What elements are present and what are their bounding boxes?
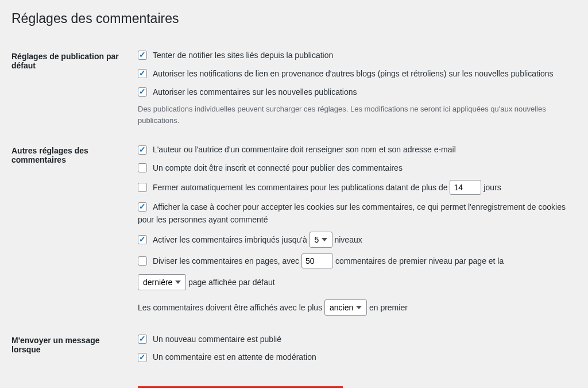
settings-page: Réglages des commentaires Réglages de pu… xyxy=(0,0,588,388)
select-order[interactable]: ancien xyxy=(324,299,367,316)
row-paginate[interactable]: Diviser les commentaires en pages, avec … xyxy=(138,253,571,268)
checkbox-close-old[interactable] xyxy=(138,183,147,192)
select-threaded-levels[interactable]: 5 xyxy=(310,232,332,248)
input-comments-per-page[interactable] xyxy=(301,253,333,268)
label-close-old-after: jours xyxy=(483,182,501,191)
label-paginate-before: Diviser les commentaires en pages, avec xyxy=(153,256,301,265)
label-paginate-after: commentaires de premier niveau par page … xyxy=(335,256,504,265)
label-must-register: Un compte doit être inscrit et connecté … xyxy=(153,163,403,172)
checkbox-email-new-comment[interactable] xyxy=(138,335,147,344)
checkbox-allow-comments[interactable] xyxy=(138,87,147,97)
checkbox-threaded[interactable] xyxy=(138,235,147,244)
label-default-page-after: page affichée par défaut xyxy=(188,278,275,287)
label-close-old-before: Fermer automatiquement les commentaires … xyxy=(153,182,450,191)
default-post-description: Des publications individuelles peuvent s… xyxy=(138,103,571,126)
row-order: Les commentaires doivent être affichés a… xyxy=(138,299,571,316)
row-threaded[interactable]: Activer les commentaires imbriqués jusqu… xyxy=(138,232,571,248)
label-order-after: en premier xyxy=(369,303,408,312)
label-require-name-email: L'auteur ou l'autrice d'un commentaire d… xyxy=(153,145,456,154)
label-email-new-comment: Un nouveau commentaire est publié xyxy=(153,334,281,343)
label-cookies-optin: Afficher la case à cocher pour accepter … xyxy=(138,202,566,224)
checkbox-allow-pings[interactable] xyxy=(138,69,147,78)
checkbox-paginate[interactable] xyxy=(138,256,147,266)
label-threaded-after: niveaux xyxy=(334,235,362,244)
row-allow-pings[interactable]: Autoriser les notifications de lien en p… xyxy=(138,67,571,80)
input-close-days[interactable] xyxy=(450,180,481,195)
label-threaded-before: Activer les commentaires imbriqués jusqu… xyxy=(153,235,310,244)
settings-table: Réglages de publication par défaut Tente… xyxy=(11,40,577,388)
section-heading-other: Autres réglages des commentaires xyxy=(11,135,132,324)
label-allow-pings: Autoriser les notifications de lien en p… xyxy=(153,69,554,78)
label-allow-comments: Autoriser les commentaires sur les nouve… xyxy=(153,87,357,96)
section-heading-email-me: M'envoyer un message lorsque xyxy=(11,324,132,378)
row-cookies-optin[interactable]: Afficher la case à cocher pour accepter … xyxy=(138,201,571,226)
row-notify-linked[interactable]: Tenter de notifier les sites liés depuis… xyxy=(138,49,571,62)
row-allow-comments[interactable]: Autoriser les commentaires sur les nouve… xyxy=(138,86,571,98)
row-email-held[interactable]: Un commentaire est en attente de modérat… xyxy=(138,351,571,363)
checkbox-cookies-optin[interactable] xyxy=(138,202,147,212)
label-email-held: Un commentaire est en attente de modérat… xyxy=(153,352,316,362)
checkbox-notify-linked[interactable] xyxy=(138,51,147,60)
row-default-page: dernière page affichée par défaut xyxy=(138,274,571,290)
page-title: Réglages des commentaires xyxy=(11,6,577,29)
row-must-register[interactable]: Un compte doit être inscrit et connecté … xyxy=(138,162,571,174)
label-order-before: Les commentaires doivent être affichés a… xyxy=(138,303,324,312)
label-notify-linked: Tenter de notifier les sites liés depuis… xyxy=(153,51,333,60)
checkbox-email-held[interactable] xyxy=(138,353,147,362)
section-heading-default-post: Réglages de publication par défaut xyxy=(11,40,132,135)
select-default-page[interactable]: dernière xyxy=(138,274,186,290)
section-heading-before-appear: Avant la publication d'un commentaire xyxy=(11,378,132,388)
row-require-name-email[interactable]: L'auteur ou l'autrice d'un commentaire d… xyxy=(138,143,571,156)
checkbox-require-name-email[interactable] xyxy=(138,145,147,155)
row-email-new-comment[interactable]: Un nouveau commentaire est publié xyxy=(138,333,571,345)
row-close-old[interactable]: Fermer automatiquement les commentaires … xyxy=(138,180,571,195)
checkbox-must-register[interactable] xyxy=(138,163,147,172)
